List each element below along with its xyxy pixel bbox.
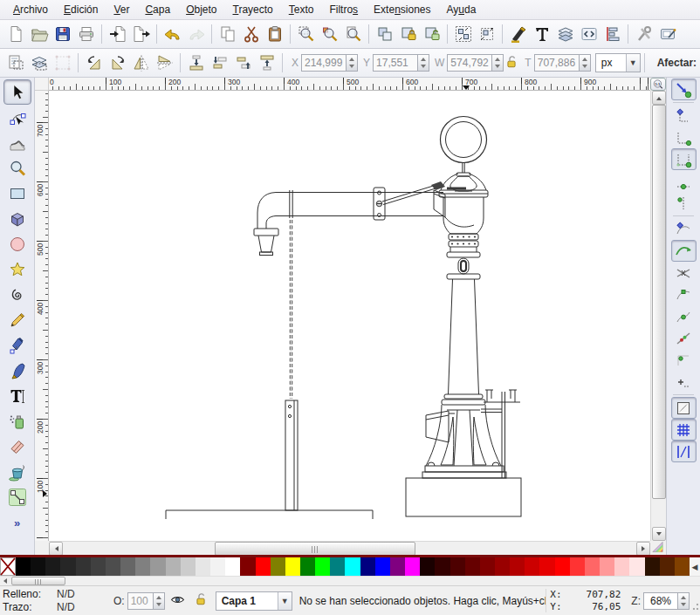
opacity-input[interactable] xyxy=(127,592,154,610)
menu-edicin[interactable]: Edición xyxy=(56,2,106,17)
toolbox-overflow-button[interactable]: » xyxy=(14,516,20,530)
duplicate-button[interactable] xyxy=(373,23,396,46)
color-swatch[interactable] xyxy=(390,557,405,576)
xml-editor-button[interactable] xyxy=(577,23,600,46)
x-spin-buttons[interactable] xyxy=(347,54,358,72)
paste-button[interactable] xyxy=(263,23,286,46)
snap-paths-button[interactable] xyxy=(671,240,697,262)
color-swatch[interactable] xyxy=(225,557,240,576)
snap-smooth-nodes-button[interactable] xyxy=(671,305,697,327)
rotate-cw-button[interactable] xyxy=(106,51,129,75)
opacity-spin-buttons[interactable] xyxy=(154,592,165,610)
color-swatch[interactable] xyxy=(256,557,271,576)
connector-button[interactable] xyxy=(3,484,31,509)
tweak-button[interactable] xyxy=(3,130,31,155)
color-swatch[interactable] xyxy=(300,557,315,576)
color-swatch[interactable] xyxy=(150,557,165,576)
fill-stroke-dialog-button[interactable] xyxy=(506,23,530,46)
color-swatch[interactable] xyxy=(629,557,644,576)
color-swatch[interactable] xyxy=(315,557,330,576)
zoom-spinbox[interactable] xyxy=(643,592,690,610)
x-input[interactable] xyxy=(301,54,347,72)
color-swatch[interactable] xyxy=(45,557,60,576)
export-button[interactable] xyxy=(129,23,153,46)
calligraphy-button[interactable] xyxy=(3,358,31,383)
color-swatch[interactable] xyxy=(420,557,435,576)
horizontal-scrollbar-thumb[interactable] xyxy=(215,542,415,556)
snap-cusp-nodes-button[interactable] xyxy=(671,284,697,305)
color-swatch[interactable] xyxy=(271,557,285,576)
width-spin-buttons[interactable] xyxy=(492,54,504,72)
layer-lock-button[interactable] xyxy=(191,591,210,611)
menu-capa[interactable]: Capa xyxy=(137,2,178,17)
color-swatch[interactable] xyxy=(120,557,135,576)
color-swatch[interactable] xyxy=(435,557,450,576)
height-spin-buttons[interactable] xyxy=(580,54,591,72)
menu-trayecto[interactable]: Trayecto xyxy=(225,2,281,17)
scroll-down-arrow[interactable] xyxy=(652,527,666,541)
rectangle-button[interactable] xyxy=(3,181,31,206)
color-swatch[interactable] xyxy=(614,557,629,576)
spiral-button[interactable] xyxy=(3,282,31,307)
save-document-button[interactable] xyxy=(51,23,74,46)
color-swatch[interactable] xyxy=(645,557,660,576)
snap-bbox-corners-button[interactable] xyxy=(671,148,697,170)
snap-page-border-button[interactable] xyxy=(671,397,697,419)
snap-bbox-centers-button[interactable] xyxy=(671,192,697,214)
color-swatch[interactable] xyxy=(555,557,570,576)
snap-grids-button[interactable] xyxy=(671,419,697,441)
rotate-ccw-button[interactable] xyxy=(82,51,106,75)
color-swatch[interactable] xyxy=(570,557,585,576)
preferences-button[interactable] xyxy=(632,23,655,46)
color-swatch[interactable] xyxy=(166,557,181,576)
snap-bbox-edges-button[interactable] xyxy=(671,126,697,148)
horizontal-scrollbar[interactable] xyxy=(49,541,650,555)
deselect-button[interactable] xyxy=(51,51,74,75)
color-swatch[interactable] xyxy=(495,557,510,576)
menu-objeto[interactable]: Objeto xyxy=(178,2,224,17)
color-swatch[interactable] xyxy=(210,557,225,576)
menu-texto[interactable]: Texto xyxy=(281,2,322,17)
group-button[interactable] xyxy=(451,23,475,46)
vertical-scrollbar-thumb[interactable] xyxy=(652,105,666,499)
input-devices-button[interactable] xyxy=(655,23,679,46)
snap-object-centers-button[interactable] xyxy=(671,349,697,371)
zoom-button[interactable] xyxy=(3,155,31,181)
lower-button[interactable] xyxy=(208,51,231,75)
select-all-layers-button[interactable] xyxy=(27,51,51,75)
align-dialog-button[interactable] xyxy=(600,23,624,46)
ellipse-button[interactable] xyxy=(3,231,31,256)
menu-ver[interactable]: Ver xyxy=(106,2,137,17)
node-editor-button[interactable] xyxy=(3,105,31,130)
horizontal-ruler[interactable]: 0100200300400500600700800900 xyxy=(49,78,650,91)
color-swatch[interactable] xyxy=(375,557,390,576)
color-swatch[interactable] xyxy=(539,557,554,576)
menu-archivo[interactable]: Archivo xyxy=(5,2,56,17)
menu-ayuda[interactable]: Ayuda xyxy=(439,2,484,17)
color-swatch[interactable] xyxy=(360,557,375,576)
ungroup-button[interactable] xyxy=(475,23,498,46)
palette-scrollbar[interactable] xyxy=(0,576,700,585)
unit-selector[interactable]: px▼ xyxy=(595,53,641,72)
color-swatch[interactable] xyxy=(106,557,120,576)
create-clone-button[interactable] xyxy=(396,23,420,46)
text-button[interactable] xyxy=(3,383,31,408)
color-swatch[interactable] xyxy=(405,557,420,576)
width-spinbox[interactable] xyxy=(447,54,504,72)
scroll-left-arrow[interactable] xyxy=(49,542,63,556)
color-swatch[interactable] xyxy=(675,557,690,576)
scroll-right-arrow[interactable] xyxy=(636,542,650,556)
zoom-selection-button[interactable] xyxy=(294,23,318,46)
raise-to-top-button[interactable] xyxy=(255,51,278,75)
color-swatch[interactable] xyxy=(510,557,525,576)
zoom-spin-buttons[interactable] xyxy=(678,592,690,610)
layer-selector[interactable]: Capa 1▼ xyxy=(216,591,292,611)
palette-scrollbar-thumb[interactable] xyxy=(11,577,65,585)
color-swatch[interactable] xyxy=(16,557,31,576)
snap-enable-button[interactable] xyxy=(671,79,697,100)
color-swatch[interactable] xyxy=(285,557,300,576)
y-spinbox[interactable] xyxy=(373,54,429,72)
color-swatch[interactable] xyxy=(600,557,614,576)
spray-button[interactable] xyxy=(3,408,31,434)
snap-rotation-centers-button[interactable] xyxy=(671,371,697,393)
